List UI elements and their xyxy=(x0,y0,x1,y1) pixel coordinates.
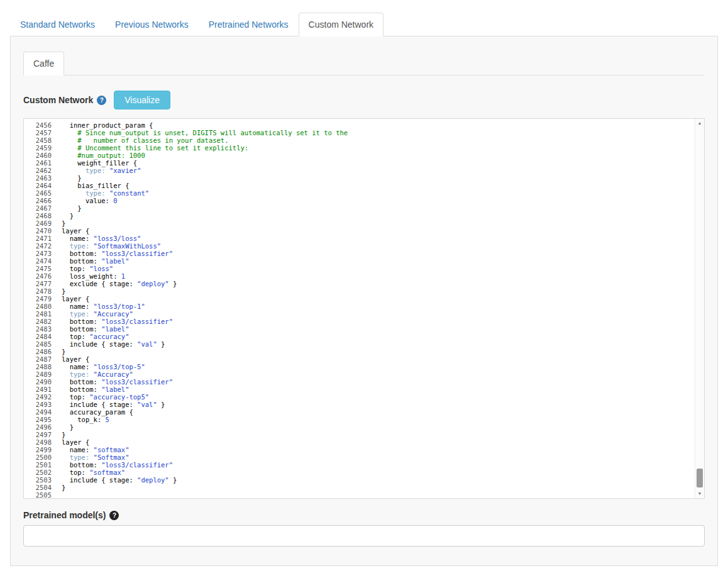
network-code-editor[interactable]: 2456 inner_product_param {2457 # Since n… xyxy=(23,118,705,499)
line-number: 2491 xyxy=(24,386,62,393)
line-number: 2481 xyxy=(24,310,62,318)
line-number: 2503 xyxy=(24,476,62,484)
code-line-text: # Since num_output is unset, DIGITS will… xyxy=(62,129,704,136)
code-line-text: type: "Softmax" xyxy=(62,453,704,461)
line-number: 2487 xyxy=(24,355,62,363)
code-line-text: value: 0 xyxy=(62,197,704,204)
line-number: 2492 xyxy=(24,393,62,401)
visualize-button[interactable]: Visualize xyxy=(114,91,170,109)
code-line: 2483 bottom: "label" xyxy=(24,325,704,333)
code-line: 2501 bottom: "loss3/classifier" xyxy=(24,461,704,469)
code-line-text: bottom: "label" xyxy=(62,386,704,393)
code-line: 2468 } xyxy=(24,212,704,220)
code-line: 2491 bottom: "label" xyxy=(24,386,704,393)
line-number: 2472 xyxy=(24,242,62,250)
code-line: 2499 name: "softmax" xyxy=(24,446,704,453)
line-number: 2476 xyxy=(24,272,62,280)
code-line-text: loss_weight: 1 xyxy=(62,272,704,280)
code-line: 2476 loss_weight: 1 xyxy=(24,272,704,280)
editor-scrollbar[interactable]: ▲ ▼ xyxy=(695,119,704,498)
line-number: 2500 xyxy=(24,453,62,461)
line-number: 2477 xyxy=(24,280,62,287)
line-number: 2467 xyxy=(24,204,62,212)
line-number: 2499 xyxy=(24,446,62,453)
scrollbar-down-arrow-icon[interactable]: ▼ xyxy=(695,489,704,498)
tab-previous-networks[interactable]: Previous Networks xyxy=(105,13,199,36)
tab-standard-networks[interactable]: Standard Networks xyxy=(10,13,105,36)
line-number: 2458 xyxy=(24,136,62,144)
framework-tabs: Caffe xyxy=(23,52,705,75)
code-line-text: } xyxy=(62,423,704,431)
scrollbar-up-arrow-icon[interactable]: ▲ xyxy=(695,119,704,128)
code-line: 2458 # number of classes in your dataset… xyxy=(24,136,704,144)
code-line-text: top: "accuracy-top5" xyxy=(62,393,704,401)
line-number: 2462 xyxy=(24,167,62,174)
tab-caffe[interactable]: Caffe xyxy=(23,52,64,75)
code-line: 2496 } xyxy=(24,423,704,431)
code-line: 2470layer { xyxy=(24,227,704,235)
pretrained-models-input[interactable] xyxy=(23,525,705,547)
code-line-text: # number of classes in your dataset. xyxy=(62,136,704,144)
code-line-text: bottom: "label" xyxy=(62,325,704,333)
line-number: 2486 xyxy=(24,348,62,355)
code-line-text: type: "constant" xyxy=(62,189,704,197)
line-number: 2479 xyxy=(24,295,62,303)
line-number: 2474 xyxy=(24,257,62,265)
line-number: 2464 xyxy=(24,182,62,189)
code-line: 2487layer { xyxy=(24,355,704,363)
code-line: 2488 name: "loss3/top-5" xyxy=(24,363,704,370)
line-number: 2478 xyxy=(24,287,62,295)
main-tabs: Standard Networks Previous Networks Pret… xyxy=(10,13,718,36)
page: Standard Networks Previous Networks Pret… xyxy=(0,0,728,566)
scrollbar-thumb[interactable] xyxy=(697,469,703,487)
line-number: 2471 xyxy=(24,235,62,242)
pretrained-models-label: Pretrained model(s) xyxy=(23,510,106,520)
tab-previous-networks-label: Previous Networks xyxy=(105,13,199,36)
custom-network-help-icon[interactable]: ? xyxy=(97,96,106,105)
code-line: 2497} xyxy=(24,431,704,438)
code-line: 2467 } xyxy=(24,204,704,212)
pretrained-models-help-icon[interactable]: ? xyxy=(109,511,119,520)
code-line-text: top_k: 5 xyxy=(62,416,704,423)
code-line-text: } xyxy=(62,431,704,438)
code-line: 2505 xyxy=(24,491,704,499)
code-line: 2471 name: "loss3/loss" xyxy=(24,235,704,242)
code-line: 2466 value: 0 xyxy=(24,197,704,204)
code-line-text: top: "softmax" xyxy=(62,469,704,476)
code-line-text: bottom: "loss3/classifier" xyxy=(62,378,704,386)
code-line: 2504} xyxy=(24,484,704,491)
code-line-text: type: "xavier" xyxy=(62,167,704,174)
tab-custom-network[interactable]: Custom Network xyxy=(299,13,383,36)
code-line-text: bottom: "label" xyxy=(62,257,704,265)
line-number: 2482 xyxy=(24,318,62,325)
code-line-text: exclude { stage: "deploy" } xyxy=(62,280,704,287)
code-line: 2473 bottom: "loss3/classifier" xyxy=(24,250,704,257)
tab-pretrained-networks[interactable]: Pretrained Networks xyxy=(199,13,299,36)
line-number: 2504 xyxy=(24,484,62,491)
code-line: 2479layer { xyxy=(24,295,704,303)
code-line-text: type: "Accuracy" xyxy=(62,310,704,318)
code-line: 2494 accuracy_param { xyxy=(24,408,704,416)
code-line-text: weight_filler { xyxy=(62,159,704,167)
code-line: 2464 bias_filler { xyxy=(24,182,704,189)
code-line-text: # Uncomment this line to set it explicit… xyxy=(62,144,704,152)
code-line-text: bottom: "loss3/classifier" xyxy=(62,461,704,469)
line-number: 2460 xyxy=(24,152,62,159)
code-line-text: } xyxy=(62,348,704,355)
line-number: 2484 xyxy=(24,333,62,340)
tab-custom-network-label: Custom Network xyxy=(299,13,383,36)
line-number: 2456 xyxy=(24,121,62,129)
custom-network-panel: Caffe Custom Network ? Visualize 2456 in… xyxy=(10,36,718,566)
code-line-text xyxy=(62,491,704,499)
code-line-text: layer { xyxy=(62,227,704,235)
line-number: 2485 xyxy=(24,340,62,348)
code-line: 2495 top_k: 5 xyxy=(24,416,704,423)
code-line-text: include { stage: "val" } xyxy=(62,340,704,348)
line-number: 2459 xyxy=(24,144,62,152)
line-number: 2461 xyxy=(24,159,62,167)
code-line: 2459 # Uncomment this line to set it exp… xyxy=(24,144,704,152)
code-line: 2485 include { stage: "val" } xyxy=(24,340,704,348)
code-line-text: } xyxy=(62,287,704,295)
line-number: 2490 xyxy=(24,378,62,386)
code-line-text: layer { xyxy=(62,438,704,446)
